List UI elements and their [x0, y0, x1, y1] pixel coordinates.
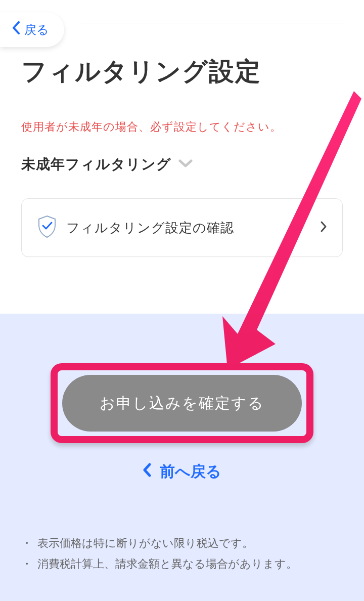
chevron-down-icon — [178, 159, 193, 170]
filter-settings-confirm-card[interactable]: フィルタリング設定の確認 — [21, 198, 343, 257]
footnote-text: 表示価格は特に断りがない限り税込です。 — [37, 533, 253, 554]
confirm-application-button[interactable]: お申し込みを確定する — [62, 375, 302, 432]
bullet-icon: ・ — [21, 533, 32, 554]
back-button[interactable]: 戻る — [0, 12, 64, 47]
highlight-frame: お申し込みを確定する — [51, 363, 313, 443]
warning-text: 使用者が未成年の場合、必ず設定してください。 — [21, 119, 282, 135]
back-label: 戻る — [24, 22, 49, 38]
previous-link[interactable]: 前へ戻る — [0, 461, 364, 482]
bullet-icon: ・ — [21, 554, 32, 575]
minor-filter-label: 未成年フィルタリング — [21, 155, 171, 174]
divider — [81, 23, 344, 23]
minor-filter-toggle[interactable]: 未成年フィルタリング — [21, 155, 193, 174]
footnote-item: ・ 消費税計算上、請求金額と異なる場合があります。 — [21, 554, 343, 575]
footnote-item: ・ 表示価格は特に断りがない限り税込です。 — [21, 533, 343, 554]
shield-check-icon — [37, 215, 57, 240]
card-label: フィルタリング設定の確認 — [66, 219, 311, 237]
page-root: 戻る フィルタリング設定 使用者が未成年の場合、必ず設定してください。 未成年フ… — [0, 0, 364, 601]
footnotes: ・ 表示価格は特に断りがない限り税込です。 ・ 消費税計算上、請求金額と異なる場… — [21, 533, 343, 574]
previous-link-label: 前へ戻る — [160, 461, 221, 482]
chevron-right-icon — [320, 221, 327, 235]
page-title: フィルタリング設定 — [21, 55, 261, 89]
chevron-left-icon — [143, 463, 152, 481]
footnote-text: 消費税計算上、請求金額と異なる場合があります。 — [37, 554, 297, 575]
chevron-left-icon — [12, 21, 20, 38]
